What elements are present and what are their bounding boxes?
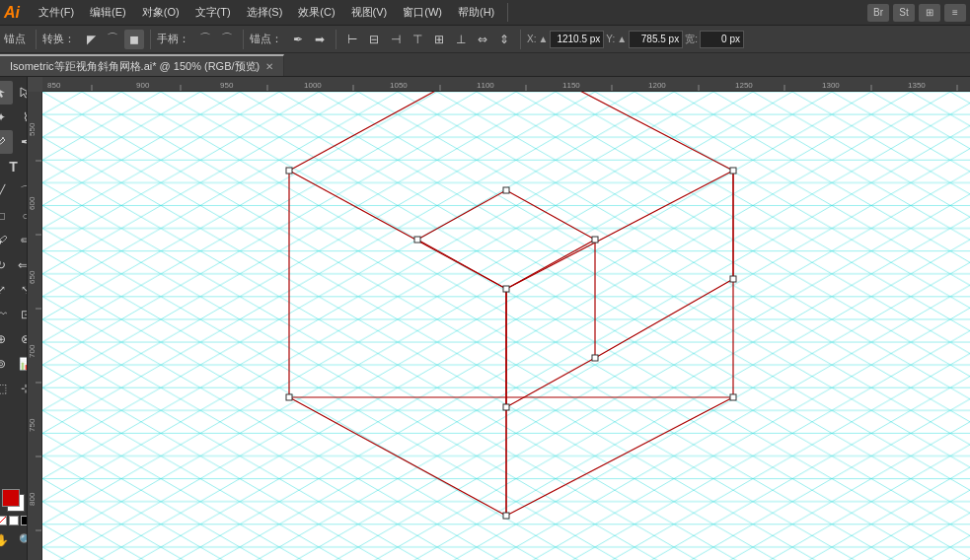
distribute-v-btn[interactable]: ⇕ bbox=[494, 30, 514, 49]
context-toolbar: 锚点 转换： ◤ ⌒ ◼ 手柄： ⌒ ⌒ 锚点： ✒ ➡ ⊢ ⊟ ⊣ ⊤ ⊞ ⊥… bbox=[0, 26, 970, 53]
brush-btn[interactable]: 🖌 bbox=[0, 229, 13, 252]
menu-help[interactable]: 帮助(H) bbox=[451, 3, 501, 22]
lasso-tools: ✦ ⌇ bbox=[0, 105, 28, 129]
rect-btn[interactable]: □ bbox=[0, 204, 13, 228]
tab-close-btn[interactable]: ✕ bbox=[265, 61, 273, 72]
svg-text:750: 750 bbox=[28, 418, 37, 432]
menu-right-icons: Br St ⊞ ≡ bbox=[867, 4, 966, 22]
anchor-remove-btn[interactable]: ➡ bbox=[310, 30, 330, 49]
column-graph-btn[interactable]: 📊 bbox=[14, 352, 28, 376]
direct-selection-tool-btn[interactable] bbox=[14, 81, 28, 105]
color-swatches[interactable] bbox=[2, 489, 26, 513]
align-center-btn[interactable]: ⊟ bbox=[364, 30, 384, 49]
svg-rect-77 bbox=[503, 286, 509, 292]
svg-text:1200: 1200 bbox=[648, 81, 666, 90]
svg-rect-84 bbox=[592, 237, 598, 243]
align-top-btn[interactable]: ⊤ bbox=[408, 30, 427, 49]
svg-text:1000: 1000 bbox=[304, 81, 322, 90]
live-paint-btn[interactable]: ⊗ bbox=[14, 327, 28, 351]
selection-tool-btn[interactable] bbox=[0, 81, 13, 105]
view-tools: ✋ 🔍 bbox=[0, 528, 28, 552]
menu-items: 文件(F) 编辑(E) 对象(O) 文字(T) 选择(S) 效果(C) 视图(V… bbox=[32, 3, 508, 22]
bridge-icon[interactable]: Br bbox=[867, 4, 889, 22]
reflect-btn[interactable]: ⟺ bbox=[14, 253, 28, 277]
distribute-h-btn[interactable]: ⇔ bbox=[473, 30, 492, 49]
anchor2-label: 锚点： bbox=[250, 32, 282, 46]
shape-builder-btn[interactable]: ⊕ bbox=[0, 327, 13, 351]
svg-rect-82 bbox=[414, 237, 420, 243]
workspace-icon[interactable]: ⊞ bbox=[919, 4, 940, 22]
slice-btn[interactable]: ⊹ bbox=[14, 377, 28, 400]
symbol-btn[interactable]: ⊚ bbox=[0, 352, 13, 376]
menu-object[interactable]: 对象(O) bbox=[135, 3, 187, 22]
w-input[interactable] bbox=[700, 31, 744, 48]
ruler-top: 850 900 950 1000 1050 1100 1150 1200 125… bbox=[42, 77, 970, 92]
type-btn[interactable]: T bbox=[2, 155, 26, 178]
lasso-btn[interactable]: ⌇ bbox=[14, 105, 28, 129]
scale-btn[interactable]: ⤢ bbox=[0, 278, 13, 302]
svg-text:800: 800 bbox=[28, 492, 37, 506]
handle-btn1[interactable]: ⌒ bbox=[195, 30, 215, 49]
builder-tools: ⊕ ⊗ bbox=[0, 327, 28, 351]
y-coord-group: Y: ▲ bbox=[606, 31, 683, 48]
convert-corner-btn[interactable]: ◤ bbox=[81, 30, 101, 49]
warp-btn[interactable]: 〰 bbox=[0, 303, 13, 326]
artboard-btn[interactable]: ⬚ bbox=[0, 377, 13, 400]
align-right-btn[interactable]: ⊣ bbox=[386, 30, 406, 49]
rotate-btn[interactable]: ↻ bbox=[0, 253, 13, 277]
ellipse-btn[interactable]: ○ bbox=[14, 204, 28, 228]
active-tab[interactable]: Isometric等距视角斜角网格.ai* @ 150% (RGB/预览) ✕ bbox=[0, 54, 284, 76]
convert-selected-btn[interactable]: ◼ bbox=[124, 30, 144, 49]
y-input[interactable] bbox=[629, 31, 683, 48]
x-input[interactable] bbox=[550, 31, 604, 48]
search-icon[interactable]: ≡ bbox=[944, 4, 966, 22]
magic-wand-btn[interactable]: ✦ bbox=[0, 105, 13, 129]
hand-btn[interactable]: ✋ bbox=[0, 528, 13, 552]
anchor-label: 锚点 bbox=[4, 32, 26, 46]
drawing-svg bbox=[42, 92, 970, 560]
handle-label: 手柄： bbox=[157, 32, 189, 46]
menu-type[interactable]: 文字(T) bbox=[188, 3, 238, 22]
canvas-area[interactable]: 850 900 950 1000 1050 1100 1150 1200 125… bbox=[28, 77, 970, 560]
rotate-tools: ↻ ⟺ bbox=[0, 253, 28, 277]
current-fill[interactable] bbox=[2, 489, 20, 507]
none-swatch[interactable] bbox=[0, 516, 7, 525]
convert-smooth-btn[interactable]: ⌒ bbox=[103, 30, 122, 49]
anchor-btn1[interactable]: ✒ bbox=[288, 30, 308, 49]
shear-btn[interactable]: ⤡ bbox=[14, 278, 28, 302]
svg-rect-86 bbox=[730, 276, 736, 282]
tab-bar: Isometric等距视角斜角网格.ai* @ 150% (RGB/预览) ✕ bbox=[0, 53, 970, 77]
svg-text:1250: 1250 bbox=[735, 81, 753, 90]
svg-text:1150: 1150 bbox=[562, 81, 580, 90]
canvas-viewport[interactable] bbox=[42, 92, 970, 560]
align-middle-btn[interactable]: ⊞ bbox=[429, 30, 449, 49]
w-label: 宽: bbox=[685, 33, 698, 46]
free-transform-btn[interactable]: ⊡ bbox=[14, 303, 28, 326]
line-tools: ╱ ⌒ bbox=[0, 179, 28, 203]
svg-rect-76 bbox=[286, 168, 292, 174]
pen-add-btn[interactable]: ✒ bbox=[14, 130, 28, 154]
menu-view[interactable]: 视图(V) bbox=[344, 3, 395, 22]
white-swatch[interactable] bbox=[21, 516, 29, 525]
ai-logo: Ai bbox=[4, 4, 20, 22]
menu-file[interactable]: 文件(F) bbox=[32, 3, 81, 22]
svg-text:700: 700 bbox=[28, 344, 37, 358]
menu-edit[interactable]: 编辑(E) bbox=[83, 3, 133, 22]
shape-tools: □ ○ bbox=[0, 204, 28, 228]
menu-select[interactable]: 选择(S) bbox=[240, 3, 290, 22]
pencil-btn[interactable]: ✏ bbox=[14, 229, 28, 252]
brush-tools: 🖌 ✏ bbox=[0, 229, 28, 252]
menu-effect[interactable]: 效果(C) bbox=[291, 3, 341, 22]
arc-btn[interactable]: ⌒ bbox=[14, 179, 28, 203]
menu-window[interactable]: 窗口(W) bbox=[396, 3, 449, 22]
handle-btn2[interactable]: ⌒ bbox=[217, 30, 237, 49]
align-bottom-btn[interactable]: ⊥ bbox=[451, 30, 471, 49]
black-swatch[interactable] bbox=[9, 516, 19, 525]
svg-text:1050: 1050 bbox=[390, 81, 408, 90]
stock-icon[interactable]: St bbox=[893, 4, 915, 22]
pen-btn[interactable] bbox=[0, 130, 13, 154]
line-btn[interactable]: ╱ bbox=[0, 179, 13, 203]
svg-text:600: 600 bbox=[28, 196, 37, 210]
zoom-btn[interactable]: 🔍 bbox=[14, 528, 28, 552]
align-left-btn[interactable]: ⊢ bbox=[342, 30, 362, 49]
